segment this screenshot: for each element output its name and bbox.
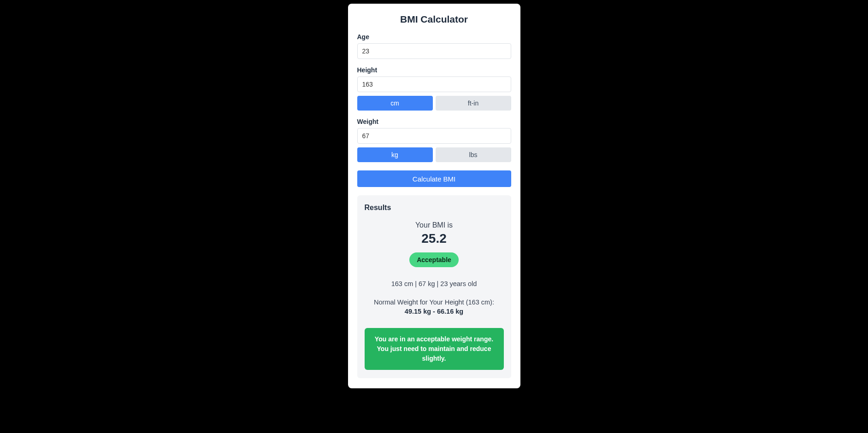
bmi-calculator-card: BMI Calculator Age Height cm ft-in Weigh… [348,4,520,388]
results-panel: Results Your BMI is 25.2 Acceptable 163 … [357,195,511,378]
normal-weight-range: 49.15 kg - 66.16 kg [365,308,504,315]
weight-unit-kg-button[interactable]: kg [357,147,433,162]
weight-input[interactable] [357,128,511,144]
weight-unit-lbs-button[interactable]: lbs [436,147,511,162]
status-badge: Acceptable [409,252,459,267]
height-label: Height [357,66,511,74]
age-group: Age [357,33,511,59]
height-input[interactable] [357,76,511,92]
age-input[interactable] [357,43,511,59]
weight-unit-toggle: kg lbs [357,147,511,162]
weight-group: Weight kg lbs [357,118,511,162]
advice-message: You are in an acceptable weight range. Y… [365,328,504,370]
normal-weight-label: Normal Weight for Your Height (163 cm): [365,298,504,306]
page-title: BMI Calculator [357,14,511,25]
input-summary: 163 cm | 67 kg | 23 years old [365,280,504,287]
results-heading: Results [365,204,504,212]
weight-label: Weight [357,118,511,125]
height-group: Height cm ft-in [357,66,511,111]
height-unit-ftin-button[interactable]: ft-in [436,96,511,111]
bmi-intro: Your BMI is [365,221,504,229]
age-label: Age [357,33,511,41]
bmi-value: 25.2 [365,231,504,246]
height-unit-cm-button[interactable]: cm [357,96,433,111]
height-unit-toggle: cm ft-in [357,96,511,111]
calculate-button[interactable]: Calculate BMI [357,170,511,187]
